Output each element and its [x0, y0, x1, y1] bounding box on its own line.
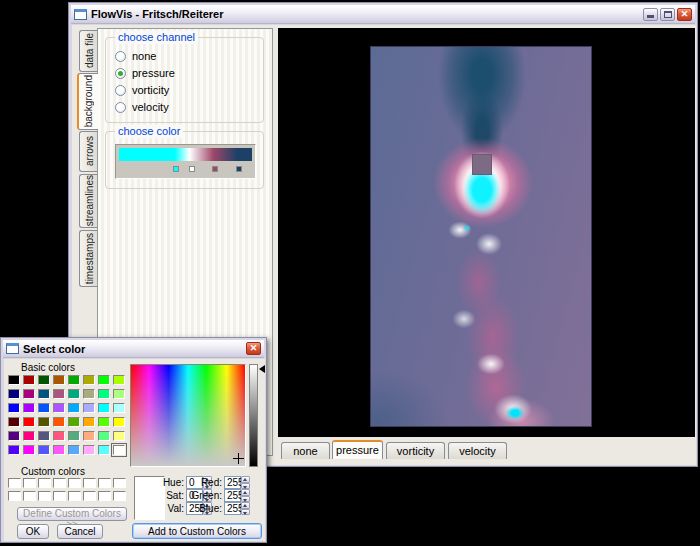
custom-color-swatch[interactable]	[38, 491, 51, 501]
radio-option-velocity[interactable]: velocity	[115, 100, 169, 114]
basic-color-swatch[interactable]	[98, 445, 110, 455]
custom-color-swatch[interactable]	[53, 491, 66, 501]
basic-color-swatch[interactable]	[83, 389, 95, 399]
bottom-tab-velocity[interactable]: velocity	[448, 442, 507, 459]
custom-color-swatch[interactable]	[113, 491, 126, 501]
basic-color-swatch[interactable]	[53, 375, 65, 385]
basic-color-swatch[interactable]	[23, 431, 35, 441]
custom-color-swatch[interactable]	[98, 478, 111, 488]
custom-color-swatch[interactable]	[83, 491, 96, 501]
basic-color-swatch[interactable]	[8, 389, 20, 399]
colormap-marker[interactable]	[212, 166, 218, 172]
basic-color-swatch[interactable]	[8, 403, 20, 413]
basic-color-swatch[interactable]	[68, 417, 80, 427]
basic-color-swatch[interactable]	[68, 375, 80, 385]
basic-color-swatch[interactable]	[83, 445, 95, 455]
custom-color-swatch[interactable]	[23, 491, 36, 501]
hue-saturation-picker[interactable]	[130, 364, 246, 467]
basic-color-swatch[interactable]	[98, 417, 110, 427]
bottom-tab-pressure[interactable]: pressure	[332, 440, 383, 459]
basic-color-swatch[interactable]	[113, 431, 125, 441]
radio-button[interactable]	[115, 51, 126, 62]
value-slider-arrow[interactable]	[259, 365, 265, 373]
radio-button-checked[interactable]	[115, 68, 126, 79]
basic-color-swatch[interactable]	[23, 375, 35, 385]
basic-color-swatch[interactable]	[68, 389, 80, 399]
colormap-gradient-bar[interactable]	[119, 148, 252, 161]
basic-color-swatch[interactable]	[53, 445, 65, 455]
radio-option-pressure[interactable]: pressure	[115, 66, 175, 80]
minimize-button[interactable]	[643, 8, 658, 21]
basic-color-swatch[interactable]	[113, 375, 125, 385]
basic-color-swatch[interactable]	[68, 403, 80, 413]
basic-color-swatch[interactable]	[113, 403, 125, 413]
custom-color-swatch[interactable]	[53, 478, 66, 488]
basic-color-swatch[interactable]	[8, 431, 20, 441]
basic-color-swatch[interactable]	[53, 417, 65, 427]
basic-color-swatch[interactable]	[53, 389, 65, 399]
basic-color-swatch[interactable]	[68, 431, 80, 441]
value-slider[interactable]	[249, 364, 258, 467]
bottom-tab-vorticity[interactable]: vorticity	[386, 442, 445, 459]
sidebar-tab-arrows[interactable]: arrows	[79, 131, 98, 172]
colormap-widget[interactable]	[115, 144, 256, 179]
basic-color-swatch[interactable]	[68, 445, 80, 455]
custom-color-swatch[interactable]	[98, 491, 111, 501]
basic-color-swatch[interactable]	[113, 389, 125, 399]
basic-color-swatch[interactable]	[8, 445, 20, 455]
basic-color-swatch[interactable]	[8, 375, 20, 385]
custom-color-swatch[interactable]	[8, 491, 21, 501]
basic-color-swatch[interactable]	[83, 417, 95, 427]
basic-color-swatch[interactable]	[113, 445, 125, 455]
custom-color-swatch[interactable]	[113, 478, 126, 488]
basic-color-swatch[interactable]	[98, 375, 110, 385]
add-to-custom-colors-button[interactable]: Add to Custom Colors	[132, 523, 262, 539]
red-spinner[interactable]	[241, 476, 250, 489]
colormap-marker[interactable]	[173, 166, 179, 172]
ok-button[interactable]: OK	[17, 524, 49, 539]
sidebar-tab-datafile[interactable]: data file	[79, 30, 98, 72]
basic-color-swatch[interactable]	[83, 375, 95, 385]
basic-color-swatch[interactable]	[83, 403, 95, 413]
custom-color-swatch[interactable]	[8, 478, 21, 488]
basic-color-swatch[interactable]	[53, 403, 65, 413]
basic-color-swatch[interactable]	[23, 417, 35, 427]
green-spinner[interactable]	[241, 489, 250, 502]
basic-color-swatch[interactable]	[98, 389, 110, 399]
basic-color-swatch[interactable]	[38, 375, 50, 385]
main-titlebar[interactable]: FlowVis - Fritsch/Reiterer ✕	[71, 5, 695, 24]
blue-spinner[interactable]	[241, 502, 250, 515]
blue-value[interactable]: 255	[224, 502, 241, 515]
flow-field-image[interactable]	[370, 46, 592, 427]
define-custom-colors-button[interactable]: Define Custom Colors >>	[17, 507, 127, 521]
radio-button[interactable]	[115, 102, 126, 113]
basic-color-swatch[interactable]	[38, 417, 50, 427]
sidebar-tab-timestamps[interactable]: timestamps	[79, 230, 98, 287]
basic-color-swatch[interactable]	[98, 431, 110, 441]
custom-color-swatch[interactable]	[38, 478, 51, 488]
red-value[interactable]: 255	[224, 476, 241, 489]
picker-crosshair[interactable]	[233, 453, 244, 464]
sidebar-tab-streamlines[interactable]: streamlines	[79, 174, 98, 228]
radio-button[interactable]	[115, 85, 126, 96]
basic-color-swatch[interactable]	[23, 445, 35, 455]
custom-color-swatch[interactable]	[83, 478, 96, 488]
radio-option-none[interactable]: none	[115, 49, 156, 63]
basic-color-swatch[interactable]	[23, 403, 35, 413]
basic-color-swatch[interactable]	[38, 403, 50, 413]
basic-color-swatch[interactable]	[8, 417, 20, 427]
basic-color-swatch[interactable]	[83, 431, 95, 441]
radio-option-vorticity[interactable]: vorticity	[115, 83, 169, 97]
basic-color-swatch[interactable]	[98, 403, 110, 413]
dialog-titlebar[interactable]: Select color ✕	[3, 340, 264, 358]
dialog-close-button[interactable]: ✕	[246, 342, 261, 355]
maximize-button[interactable]	[660, 8, 675, 21]
basic-color-swatch[interactable]	[38, 445, 50, 455]
basic-color-swatch[interactable]	[38, 389, 50, 399]
custom-color-swatch[interactable]	[23, 478, 36, 488]
custom-color-swatch[interactable]	[68, 478, 81, 488]
sidebar-tab-background[interactable]: background	[77, 73, 98, 130]
basic-color-swatch[interactable]	[23, 389, 35, 399]
basic-color-swatch[interactable]	[38, 431, 50, 441]
bottom-tab-none[interactable]: none	[281, 442, 330, 459]
